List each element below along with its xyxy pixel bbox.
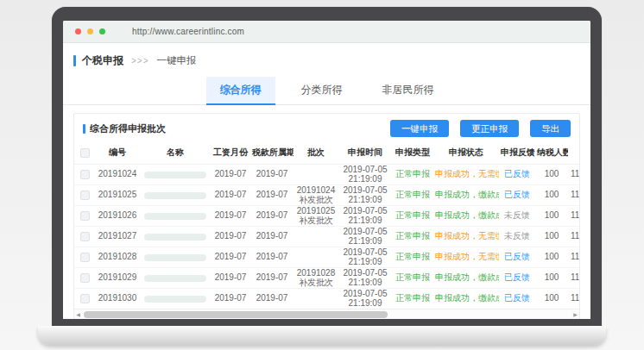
cell-declare-time: 2019-07-0521:19:09 bbox=[338, 184, 392, 205]
cell-name bbox=[140, 267, 211, 288]
cell-declare-feedback: 已反馈 bbox=[499, 267, 535, 288]
cell-salary-month: 2019-07 bbox=[211, 247, 250, 267]
cell-tax-period: 2019-07 bbox=[250, 247, 294, 267]
horizontal-scrollbar[interactable]: ◀ ▶ bbox=[74, 309, 579, 320]
cell-taxpayer-count: 100 bbox=[535, 267, 568, 288]
cell-declare-time: 2019-07-0521:19:09 bbox=[338, 205, 392, 226]
address-bar-url[interactable]: http://www.careerintlinc.com bbox=[132, 27, 244, 36]
cell-batch: 20191025补发批次 bbox=[294, 205, 338, 226]
cell-declare-type: 正常申报 bbox=[392, 205, 433, 226]
export-button[interactable]: 导出 bbox=[530, 120, 571, 137]
batch-table: 编号名称工资月份税款所属期批次申报时间申报类型申报状态申报反馈纳税人数 2019… bbox=[74, 142, 579, 309]
table-row[interactable]: 201910252019-072019-0720191024补发批次2019-0… bbox=[74, 184, 579, 205]
cell-salary-month: 2019-07 bbox=[211, 164, 250, 184]
cell-name bbox=[140, 164, 211, 184]
table-row[interactable]: 201910242019-072019-072019-07-0521:19:09… bbox=[74, 164, 579, 184]
scroll-left-icon[interactable]: ◀ bbox=[74, 309, 82, 320]
column-header-8: 申报反馈 bbox=[499, 142, 535, 164]
row-checkbox[interactable] bbox=[80, 170, 90, 179]
cell-declare-status: 申报成功，缴款成功 bbox=[433, 267, 499, 288]
row-checkbox[interactable] bbox=[80, 294, 90, 303]
breadcrumb-section: 个税申报 bbox=[82, 53, 123, 68]
table-row[interactable]: 201910302019-072019-072019-07-0521:19:09… bbox=[74, 288, 579, 309]
cell-salary-month: 2019-07 bbox=[211, 184, 250, 205]
window-close-icon[interactable] bbox=[75, 28, 81, 34]
select-all-checkbox[interactable] bbox=[80, 148, 90, 158]
row-checkbox[interactable] bbox=[80, 253, 90, 262]
table-row[interactable]: 201910282019-072019-072019-07-0521:19:09… bbox=[74, 247, 579, 267]
header-checkbox-cell bbox=[74, 142, 95, 164]
page-content: 个税申报 >>> 一键申报 综合所得分类所得非居民所得 综合所得申报批次 一键申… bbox=[63, 43, 590, 319]
row-checkbox-cell bbox=[74, 288, 95, 309]
laptop-screen-bezel: http://www.careerintlinc.com 个税申报 >>> 一键… bbox=[52, 7, 602, 326]
window-maximize-icon[interactable] bbox=[99, 28, 105, 34]
cell-clipped: 11 bbox=[568, 184, 579, 205]
breadcrumb: 个税申报 >>> 一键申报 bbox=[63, 43, 590, 68]
one-click-declare-button[interactable]: 一键申报 bbox=[390, 120, 449, 137]
panel-actions: 一键申报更正申报导出 bbox=[390, 120, 571, 137]
cell-taxpayer-count: 100 bbox=[535, 184, 568, 205]
cell-tax-period: 2019-07 bbox=[250, 205, 294, 226]
column-header-0: 编号 bbox=[95, 142, 140, 164]
name-redacted bbox=[144, 296, 206, 303]
scroll-right-icon[interactable]: ▶ bbox=[571, 309, 579, 320]
cell-declare-feedback: 已反馈 bbox=[499, 184, 535, 205]
window-minimize-icon[interactable] bbox=[87, 28, 93, 34]
table-row[interactable]: 201910262019-072019-0720191025补发批次2019-0… bbox=[74, 205, 579, 226]
row-checkbox[interactable] bbox=[80, 211, 90, 221]
tab-0[interactable]: 综合所得 bbox=[206, 77, 275, 105]
table-header-row: 编号名称工资月份税款所属期批次申报时间申报类型申报状态申报反馈纳税人数 bbox=[74, 142, 579, 164]
batch-panel: 综合所得申报批次 一键申报更正申报导出 编号名称工资月份税款所属期批次申报时间申… bbox=[73, 113, 580, 319]
cell-batch-id: 20191027 bbox=[95, 226, 140, 247]
cell-batch bbox=[294, 247, 338, 267]
scrollbar-track[interactable] bbox=[82, 311, 571, 318]
cell-batch-id: 20191028 bbox=[95, 247, 140, 267]
cell-declare-time: 2019-07-0521:19:09 bbox=[338, 267, 392, 288]
correct-declare-button[interactable]: 更正申报 bbox=[460, 120, 519, 137]
column-header-3: 税款所属期 bbox=[250, 142, 294, 164]
laptop-base bbox=[38, 326, 606, 345]
cell-taxpayer-count: 100 bbox=[535, 288, 568, 309]
cell-name bbox=[140, 205, 211, 226]
panel-title-marker-bar bbox=[83, 124, 85, 134]
column-header-6: 申报类型 bbox=[392, 142, 433, 164]
cell-name bbox=[140, 288, 211, 309]
cell-declare-status: 申报成功，无需缴款 bbox=[433, 164, 499, 184]
cell-batch bbox=[294, 164, 338, 184]
scrollbar-thumb[interactable] bbox=[84, 311, 388, 318]
table-row[interactable]: 201910272019-072019-072019-07-0521:19:09… bbox=[74, 226, 579, 247]
cell-salary-month: 2019-07 bbox=[211, 288, 250, 309]
name-redacted bbox=[144, 275, 206, 282]
cell-declare-status: 申报成功，无需缴款 bbox=[433, 247, 499, 267]
row-checkbox-cell bbox=[74, 247, 95, 267]
cell-batch: 20191028补发批次 bbox=[294, 267, 338, 288]
cell-batch-id: 20191030 bbox=[95, 288, 140, 309]
name-redacted bbox=[144, 234, 206, 241]
cell-clipped: 11 bbox=[568, 164, 579, 184]
tab-2[interactable]: 非居民所得 bbox=[369, 77, 448, 105]
cell-name bbox=[140, 247, 211, 267]
name-redacted bbox=[144, 172, 206, 178]
row-checkbox[interactable] bbox=[80, 191, 90, 200]
cell-batch-id: 20191024 bbox=[95, 164, 140, 184]
table-row[interactable]: 201910292019-072019-0720191028补发批次2019-0… bbox=[74, 267, 579, 288]
cell-batch-id: 20191025 bbox=[95, 184, 140, 205]
cell-taxpayer-count: 100 bbox=[535, 205, 568, 226]
cell-declare-feedback: 已反馈 bbox=[499, 288, 535, 309]
cell-tax-period: 2019-07 bbox=[250, 164, 294, 184]
cell-batch: 20191024补发批次 bbox=[294, 184, 338, 205]
tab-1[interactable]: 分类所得 bbox=[287, 77, 357, 105]
cell-batch bbox=[294, 226, 338, 247]
column-header-7: 申报状态 bbox=[433, 142, 499, 164]
cell-declare-type: 正常申报 bbox=[392, 247, 433, 267]
cell-clipped: 11 bbox=[568, 267, 579, 288]
cell-clipped: 11 bbox=[568, 247, 579, 267]
cell-tax-period: 2019-07 bbox=[250, 288, 294, 309]
cell-salary-month: 2019-07 bbox=[211, 205, 250, 226]
row-checkbox-cell bbox=[74, 267, 95, 288]
row-checkbox[interactable] bbox=[80, 273, 90, 283]
row-checkbox-cell bbox=[74, 164, 95, 184]
cell-taxpayer-count: 100 bbox=[535, 247, 568, 267]
cell-declare-status: 申报成功，缴款成功 bbox=[433, 184, 499, 205]
row-checkbox[interactable] bbox=[80, 232, 90, 241]
